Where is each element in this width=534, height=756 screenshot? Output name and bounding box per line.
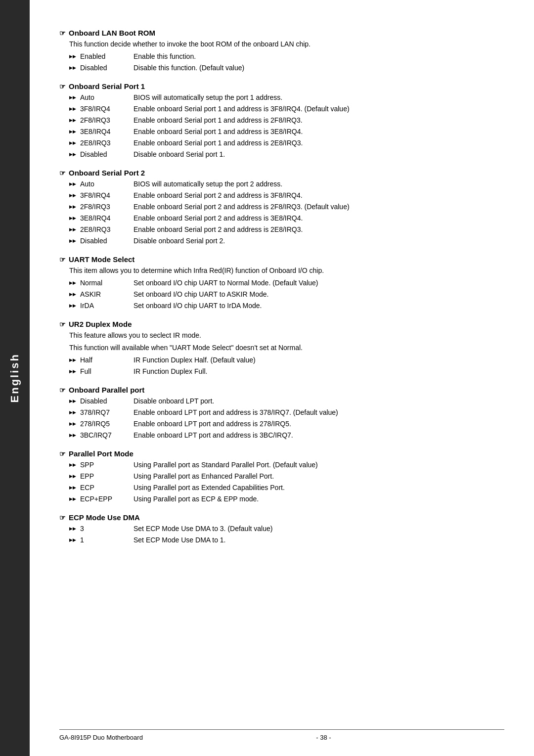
item-value-text: Set onboard I/O chip UART to ASKIR Mode. bbox=[134, 289, 504, 300]
item-value-text: Set ECP Mode Use DMA to 1. bbox=[134, 535, 504, 545]
list-item: ▶▶IrDASet onboard I/O chip UART to IrDA … bbox=[69, 301, 504, 311]
item-value-text: Disable this function. (Default value) bbox=[134, 63, 504, 73]
item-key-text: Disabled bbox=[80, 396, 107, 406]
list-item: ▶▶2F8/IRQ3Enable onboard Serial port 2 a… bbox=[69, 202, 504, 212]
item-bullet-icon: ▶▶ bbox=[69, 398, 76, 405]
list-item: ▶▶3BC/IRQ7Enable onboard LPT port and ad… bbox=[69, 430, 504, 441]
section-ur2-duplex-mode: ☞UR2 Duplex ModeThis feature allows you … bbox=[59, 320, 504, 377]
item-key: ▶▶ECP bbox=[69, 483, 134, 493]
item-bullet-icon: ▶▶ bbox=[69, 357, 76, 364]
section-arrow-icon-onboard-serial-port-1: ☞ bbox=[59, 83, 66, 90]
item-key-text: 378/IRQ7 bbox=[80, 407, 110, 418]
item-value-text: Enable onboard Serial port 2 and address… bbox=[134, 224, 504, 235]
list-item: ▶▶DisabledDisable onboard Serial port 1. bbox=[69, 149, 504, 160]
item-key-text: Normal bbox=[80, 278, 102, 288]
item-key: ▶▶Full bbox=[69, 366, 134, 377]
list-item: ▶▶EPPUsing Parallel port as Enhanced Par… bbox=[69, 471, 504, 482]
item-key: ▶▶Normal bbox=[69, 278, 134, 288]
item-list-onboard-serial-port-2: ▶▶AutoBIOS will automatically setup the … bbox=[69, 179, 504, 246]
main-content: ☞Onboard LAN Boot ROMThis function decid… bbox=[30, 0, 534, 756]
list-item: ▶▶2F8/IRQ3Enable onboard Serial port 1 a… bbox=[69, 115, 504, 126]
page-container: English ☞Onboard LAN Boot ROMThis functi… bbox=[0, 0, 534, 756]
item-bullet-icon: ▶▶ bbox=[69, 496, 76, 503]
section-desc2-ur2-duplex-mode: This function will available when "UART … bbox=[69, 343, 504, 353]
item-bullet-icon: ▶▶ bbox=[69, 140, 76, 147]
item-key-text: Disabled bbox=[80, 63, 107, 73]
item-key: ▶▶Half bbox=[69, 355, 134, 365]
list-item: ▶▶AutoBIOS will automatically setup the … bbox=[69, 179, 504, 189]
item-key: ▶▶Disabled bbox=[69, 396, 134, 406]
item-value-text: Disable onboard Serial port 1. bbox=[134, 149, 504, 160]
item-value-text: Enable onboard Serial port 2 and address… bbox=[134, 213, 504, 223]
item-bullet-icon: ▶▶ bbox=[69, 473, 76, 480]
item-value-text: Enable onboard Serial port 2 and address… bbox=[134, 202, 504, 212]
item-key: ▶▶Disabled bbox=[69, 149, 134, 160]
section-parallel-port-mode: ☞Parallel Port Mode▶▶SPPUsing Parallel p… bbox=[59, 449, 504, 504]
item-key: ▶▶2F8/IRQ3 bbox=[69, 202, 134, 212]
item-key: ▶▶2E8/IRQ3 bbox=[69, 138, 134, 148]
sidebar-label: English bbox=[8, 353, 21, 402]
item-key-text: ASKIR bbox=[80, 289, 101, 300]
item-key: ▶▶378/IRQ7 bbox=[69, 407, 134, 418]
item-list-uart-mode-select: ▶▶NormalSet onboard I/O chip UART to Nor… bbox=[69, 278, 504, 311]
item-value-text: Enable onboard Serial port 1 and address… bbox=[134, 138, 504, 148]
page-footer: GA-8I915P Duo Motherboard - 38 - bbox=[59, 729, 504, 741]
item-key-text: Disabled bbox=[80, 236, 107, 246]
item-key: ▶▶Enabled bbox=[69, 51, 134, 62]
item-key-text: 2E8/IRQ3 bbox=[80, 224, 110, 235]
section-desc-ur2-duplex-mode: This feature allows you to seclect IR mo… bbox=[69, 330, 504, 341]
section-heading-ur2-duplex-mode: ☞UR2 Duplex Mode bbox=[59, 320, 504, 328]
item-value-text: Enable onboard Serial port 2 and address… bbox=[134, 190, 504, 201]
item-key: ▶▶Auto bbox=[69, 179, 134, 189]
item-bullet-icon: ▶▶ bbox=[69, 215, 76, 222]
section-arrow-icon-parallel-port-mode: ☞ bbox=[59, 450, 66, 458]
item-bullet-icon: ▶▶ bbox=[69, 485, 76, 491]
item-bullet-icon: ▶▶ bbox=[69, 192, 76, 199]
list-item: ▶▶FullIR Function Duplex Full. bbox=[69, 366, 504, 377]
item-key: ▶▶278/IRQ5 bbox=[69, 419, 134, 429]
list-item: ▶▶AutoBIOS will automatically setup the … bbox=[69, 92, 504, 103]
list-item: ▶▶DisabledDisable this function. (Defaul… bbox=[69, 63, 504, 73]
item-value-text: Enable onboard LPT port and address is 3… bbox=[134, 430, 504, 441]
section-arrow-icon-onboard-serial-port-2: ☞ bbox=[59, 169, 66, 177]
item-key: ▶▶Auto bbox=[69, 92, 134, 103]
list-item: ▶▶DisabledDisable onboard Serial port 2. bbox=[69, 236, 504, 246]
item-value-text: Disable onboard Serial port 2. bbox=[134, 236, 504, 246]
section-heading-parallel-port-mode: ☞Parallel Port Mode bbox=[59, 449, 504, 458]
item-value-text: IR Function Duplex Full. bbox=[134, 366, 504, 377]
item-bullet-icon: ▶▶ bbox=[69, 65, 76, 72]
item-value-text: Enable onboard Serial port 1 and address… bbox=[134, 115, 504, 126]
footer-center: - 38 - bbox=[316, 734, 331, 741]
item-bullet-icon: ▶▶ bbox=[69, 280, 76, 287]
item-bullet-icon: ▶▶ bbox=[69, 409, 76, 416]
item-key: ▶▶1 bbox=[69, 535, 134, 545]
section-title-ecp-mode-use-dma: ECP Mode Use DMA bbox=[69, 513, 140, 522]
item-bullet-icon: ▶▶ bbox=[69, 204, 76, 211]
item-key: ▶▶2E8/IRQ3 bbox=[69, 224, 134, 235]
section-onboard-serial-port-1: ☞Onboard Serial Port 1▶▶AutoBIOS will au… bbox=[59, 82, 504, 160]
list-item: ▶▶3Set ECP Mode Use DMA to 3. (Default v… bbox=[69, 524, 504, 534]
item-value-text: Enable onboard Serial port 1 and address… bbox=[134, 127, 504, 137]
item-key-text: 3E8/IRQ4 bbox=[80, 213, 110, 223]
item-bullet-icon: ▶▶ bbox=[69, 106, 76, 113]
section-title-uart-mode-select: UART Mode Select bbox=[69, 255, 134, 264]
list-item: ▶▶ECPUsing Parallel port as Extended Cap… bbox=[69, 483, 504, 493]
section-arrow-icon-ur2-duplex-mode: ☞ bbox=[59, 320, 66, 328]
list-item: ▶▶ASKIRSet onboard I/O chip UART to ASKI… bbox=[69, 289, 504, 300]
item-value-text: Enable onboard Serial port 1 and address… bbox=[134, 104, 504, 114]
item-key: ▶▶Disabled bbox=[69, 63, 134, 73]
item-bullet-icon: ▶▶ bbox=[69, 462, 76, 469]
item-key: ▶▶3F8/IRQ4 bbox=[69, 190, 134, 201]
item-value-text: Set ECP Mode Use DMA to 3. (Default valu… bbox=[134, 524, 504, 534]
item-key-text: ECP+EPP bbox=[80, 494, 112, 504]
item-key-text: 1 bbox=[80, 535, 84, 545]
item-bullet-icon: ▶▶ bbox=[69, 129, 76, 135]
list-item: ▶▶NormalSet onboard I/O chip UART to Nor… bbox=[69, 278, 504, 288]
item-key: ▶▶ASKIR bbox=[69, 289, 134, 300]
item-key-text: ECP bbox=[80, 483, 94, 493]
item-key-text: 2E8/IRQ3 bbox=[80, 138, 110, 148]
item-key-text: 2F8/IRQ3 bbox=[80, 202, 110, 212]
item-key: ▶▶EPP bbox=[69, 471, 134, 482]
list-item: ▶▶278/IRQ5Enable onboard LPT port and ad… bbox=[69, 419, 504, 429]
item-bullet-icon: ▶▶ bbox=[69, 368, 76, 375]
